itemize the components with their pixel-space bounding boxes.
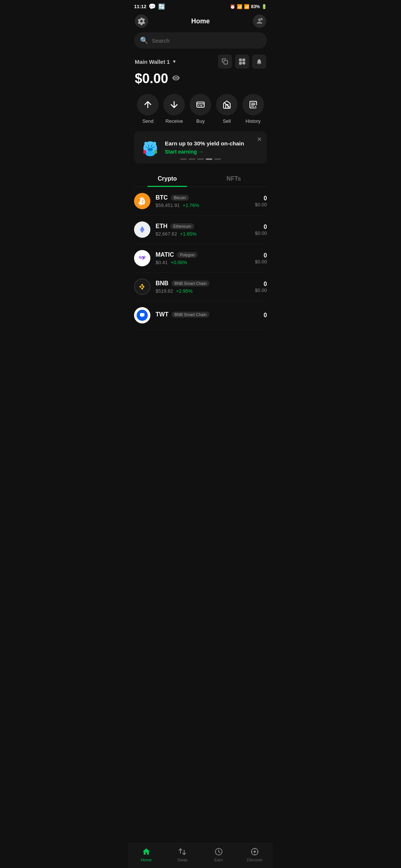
crypto-price: $0.41 [156,260,168,265]
btc-logo [134,193,150,209]
crypto-value: $0.00 [255,202,267,207]
chevron-down-icon: ▼ [172,59,176,64]
settings-button[interactable] [135,14,148,28]
qr-code-button[interactable] [235,55,249,69]
wifi-icon: 📶 [237,4,242,9]
svg-point-23 [149,149,150,150]
list-item[interactable]: BTC Bitcoin $59,451.91 +1.76% 0 $0.00 [134,187,267,216]
copy-address-button[interactable] [218,55,232,69]
svg-point-24 [151,149,152,150]
crypto-amount: 0 [255,252,267,259]
matic-logo [134,250,150,266]
wallet-name-text: Main Wallet 1 [135,59,170,65]
banner-dots [180,158,221,160]
earn-banner: Earn up to 30% yield on-chain Start earn… [134,131,267,164]
arrow-icon: → [198,149,203,155]
crypto-amount: 0 [255,224,267,230]
wallet-section: Main Wallet 1 ▼ [128,55,273,124]
crypto-list: BTC Bitcoin $59,451.91 +1.76% 0 $0.00 [128,187,273,330]
svg-rect-3 [224,60,228,64]
svg-rect-8 [243,59,244,60]
banner-cta[interactable]: Start earning → [165,149,261,155]
search-icon: 🔍 [140,36,148,45]
crypto-price: $519.82 [156,288,173,294]
sell-label: Sell [223,118,231,124]
crypto-symbol: ETH [156,223,167,230]
svg-rect-7 [240,59,241,60]
crypto-change: +0.06% [171,260,187,265]
crypto-change: +1.65% [180,231,196,237]
crypto-price: $59,451.91 [156,203,180,208]
svg-rect-28 [154,150,157,154]
crypto-network-badge: Ethereum [170,223,194,229]
search-bar[interactable]: 🔍 [134,32,267,49]
tab-nfts[interactable]: NFTs [200,171,267,187]
crypto-symbol: TWT [156,311,169,318]
history-button[interactable]: History [242,94,264,124]
list-item[interactable]: TWT BNB Smart Chain 0 [134,301,267,330]
history-label: History [245,118,260,124]
page-title: Home [191,17,210,25]
battery-text: 83% [251,4,260,9]
send-button[interactable]: Send [137,94,159,124]
sync-icon: 🔄 [158,3,165,10]
receive-label: Receive [166,118,183,124]
crypto-network-badge: BNB Smart Chain [172,312,210,318]
eth-logo [134,221,150,238]
crypto-value: $0.00 [255,230,267,236]
svg-rect-9 [240,63,241,64]
crypto-network-badge: Bitcoin [171,195,189,201]
tab-crypto[interactable]: Crypto [134,171,200,187]
notifications-button[interactable] [252,55,266,69]
list-item[interactable]: MATIC Polygon $0.41 +0.06% 0 $0.00 [134,244,267,273]
svg-point-22 [147,148,153,151]
svg-point-17 [146,151,155,157]
status-time: 11:12 [134,4,146,9]
buy-label: Buy [196,118,205,124]
svg-line-13 [224,102,230,108]
hide-balance-icon[interactable] [172,74,180,84]
crypto-symbol: BTC [156,194,168,201]
action-buttons: Send Receive Buy [135,94,266,124]
balance-amount: $0.00 [135,71,168,86]
status-bar: 11:12 💬 🔄 ⏰ 📶 📶 83% 🔋 [128,0,273,11]
crypto-value: $0.00 [255,259,267,264]
banner-title: Earn up to 30% yield on-chain [165,140,261,147]
banner-mascot [140,137,160,158]
alarm-icon: ⏰ [230,4,235,9]
banner-close-button[interactable]: ✕ [257,136,262,143]
sell-button[interactable]: Sell [216,94,238,124]
crypto-network-badge: BNB Smart Chain [172,280,210,286]
crypto-amount: 0 [264,312,267,319]
crypto-symbol: BNB [156,280,169,287]
twt-logo [134,307,150,323]
send-label: Send [142,118,153,124]
wallet-name-selector[interactable]: Main Wallet 1 ▼ [135,59,176,65]
signal-icon: 📶 [244,4,250,9]
crypto-network-badge: Polygon [177,252,198,258]
receive-button[interactable]: Receive [163,94,185,124]
crypto-value: $0.00 [255,287,267,293]
header: Home [128,11,273,32]
svg-rect-11 [198,105,199,106]
crypto-price: $2,667.62 [156,231,177,237]
asset-tabs: Crypto NFTs [134,171,267,187]
svg-rect-12 [200,105,202,106]
crypto-change: +2.95% [176,288,192,294]
svg-rect-10 [197,102,204,107]
crypto-change: +1.76% [183,203,199,208]
crypto-amount: 0 [255,195,267,202]
buy-button[interactable]: Buy [190,94,211,124]
svg-point-2 [261,19,263,20]
profile-button[interactable] [253,14,266,28]
whatsapp-icon: 💬 [149,3,156,10]
svg-rect-27 [143,150,146,154]
search-input[interactable] [152,37,261,44]
crypto-amount: 0 [255,281,267,287]
battery-icon: 🔋 [261,4,267,9]
crypto-symbol: MATIC [156,251,174,258]
list-item[interactable]: BNB BNB Smart Chain $519.82 +2.95% 0 $0.… [134,273,267,301]
bnb-logo [134,279,150,295]
list-item[interactable]: ETH Ethereum $2,667.62 +1.65% 0 $0.00 [134,216,267,244]
